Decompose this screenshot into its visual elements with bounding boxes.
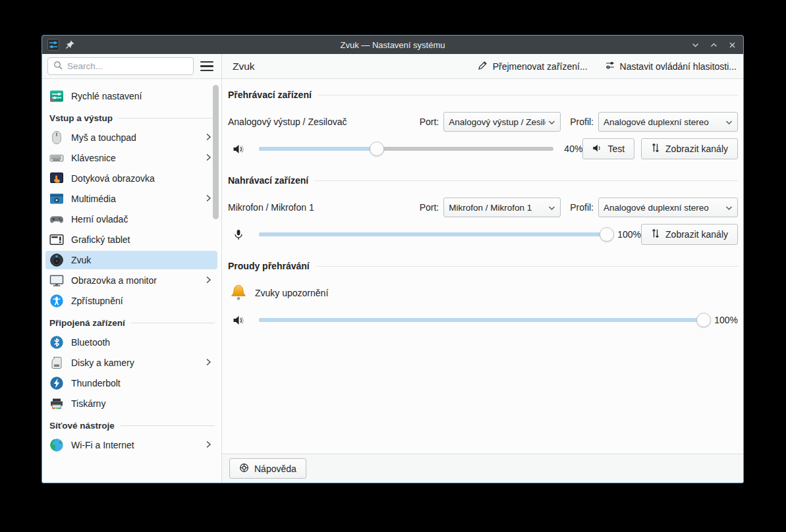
recording-device-name: Mikrofon / Mikrofon 1 [228, 202, 420, 213]
streams-volume-value: 100% [714, 315, 738, 325]
pencil-icon [478, 60, 488, 72]
sidebar-item-label: Tiskárny [71, 398, 213, 409]
header-row: Zvuk Přejmenovat zařízení... Nastavit ov… [42, 54, 743, 79]
app-icon [47, 39, 59, 51]
configure-volume-controls-button[interactable]: Nastavit ovládání hlasitosti... [605, 60, 737, 72]
sidebar-item-label: Grafický tablet [71, 234, 213, 245]
sidebar-section-label: Síťové nástroje [49, 421, 115, 431]
page-header: Zvuk Přejmenovat zařízení... Nastavit ov… [222, 54, 743, 78]
hamburger-menu-icon[interactable] [196, 57, 217, 75]
sidebar-item-tablet[interactable]: Grafický tablet [45, 230, 217, 249]
sidebar-item-label: Rychlé nastavení [71, 91, 213, 101]
multimedia-icon [49, 192, 64, 206]
playback-profile-combobox[interactable]: Analogové duplexní stereo [598, 112, 738, 132]
recording-profile-combobox[interactable]: Analogové duplexní stereo [598, 198, 738, 217]
mouse-icon [49, 130, 64, 145]
gamepad-icon [49, 212, 64, 226]
search-icon [53, 61, 63, 72]
show-channels-button[interactable]: Zobrazit kanály [641, 224, 738, 245]
profile-label: Profil: [570, 202, 594, 213]
streams-section-header: Proudy přehrávání [228, 261, 738, 271]
test-button[interactable]: Test [582, 138, 634, 159]
sidebar-item-sound[interactable]: Zvuk [45, 251, 217, 269]
slider-handle[interactable] [600, 227, 614, 242]
playback-volume-slider[interactable] [259, 141, 553, 157]
sidebar-item-label: Myš a touchpad [71, 132, 198, 143]
display-icon [49, 273, 64, 288]
sidebar-item-accessibility[interactable]: Zpřístupnění [45, 292, 217, 310]
recording-volume-slider[interactable] [259, 226, 607, 242]
sidebar-item-printer[interactable]: Tiskárny [45, 394, 217, 413]
sidebar-item-touchscreen[interactable]: Dotyková obrazovka [45, 169, 217, 188]
playback-device-name: Analogový výstup / Zesilovač [228, 117, 420, 127]
playback-volume-value: 40% [564, 144, 582, 154]
recording-section-header: Nahrávací zařízení [228, 175, 738, 186]
sidebar-item-thunderbolt[interactable]: Thunderbolt [45, 374, 217, 392]
sidebar-section-label: Připojená zařízení [49, 318, 125, 328]
touchscreen-icon [49, 171, 64, 186]
thunderbolt-icon [49, 376, 64, 390]
port-label: Port: [420, 117, 439, 127]
sidebar-item-mouse[interactable]: Myš a touchpad [45, 128, 217, 147]
printer-icon [49, 396, 64, 411]
sidebar-list: Rychlé nastaveníVstup a výstupMyš a touc… [42, 87, 221, 454]
sidebar-item-disk[interactable]: Disky a kamery [45, 354, 217, 372]
chevron-down-icon [725, 201, 733, 213]
chevron-down-icon [548, 116, 555, 128]
playback-port-combobox[interactable]: Analogový výstup / Zesilc [443, 112, 561, 132]
slider-handle[interactable] [696, 313, 711, 327]
help-button[interactable]: Nápověda [229, 458, 306, 479]
sidebar-item-label: Klávesnice [71, 153, 198, 163]
close-button[interactable] [726, 39, 738, 51]
sidebar-item-label: Wi-Fi a Internet [71, 440, 198, 450]
sidebar-item-globe[interactable]: Wi-Fi a Internet [45, 436, 217, 454]
sidebar: Rychlé nastaveníVstup a výstupMyš a touc… [42, 79, 221, 483]
channels-mixer-icon [651, 228, 660, 240]
window-title: Zvuk — Nastavení systému [42, 40, 743, 50]
sidebar-item-display[interactable]: Obrazovka a monitor [45, 271, 217, 290]
maximize-button[interactable] [708, 39, 719, 51]
sidebar-header [42, 54, 221, 78]
search-box[interactable] [47, 57, 194, 75]
speaker-icon [233, 315, 244, 326]
titlebar[interactable]: Zvuk — Nastavení systému [42, 36, 743, 54]
stream-name: Zvuky upozornění [255, 288, 328, 298]
sidebar-section-header: Vstup a výstup [49, 113, 217, 123]
sidebar-item-gamepad[interactable]: Herní ovladač [45, 210, 217, 228]
search-input[interactable] [67, 61, 188, 71]
speaker-icon [592, 144, 602, 155]
rename-devices-button[interactable]: Přejmenovat zařízení... [478, 60, 588, 72]
help-lifebuoy-icon [239, 463, 249, 475]
profile-label: Profil: [570, 117, 594, 127]
sidebar-section-header: Síťové nástroje [49, 421, 217, 431]
sidebar-item-label: Zpřístupnění [71, 296, 213, 306]
chevron-right-icon [205, 358, 212, 369]
playback-volume-row: 40% Test Zobrazit kanály [228, 138, 738, 159]
sidebar-section-header: Připojená zařízení [49, 318, 217, 328]
recording-volume-row: 100% Zobrazit kanály [228, 224, 738, 245]
sidebar-scrollbar[interactable] [213, 85, 219, 219]
port-label: Port: [420, 202, 439, 213]
sound-settings-content: Přehrávací zařízení Analogový výstup / Z… [222, 79, 743, 454]
recording-volume-value: 100% [617, 229, 641, 240]
section-divider [121, 425, 215, 426]
sidebar-item-label: Multimédia [71, 194, 198, 204]
sidebar-item-bluetooth[interactable]: Bluetooth [45, 333, 217, 352]
tablet-icon [49, 232, 64, 247]
minimize-button[interactable] [689, 39, 701, 51]
sidebar-item-label: Dotyková obrazovka [71, 173, 213, 184]
sidebar-item-label: Herní ovladač [71, 214, 213, 225]
sidebar-item-keyboard[interactable]: Klávesnice [45, 149, 217, 167]
microphone-icon [233, 229, 244, 240]
footer: Nápověda [222, 454, 743, 483]
chevron-right-icon [205, 275, 212, 286]
chevron-down-icon [548, 201, 555, 213]
streams-volume-slider[interactable] [259, 312, 704, 328]
recording-port-combobox[interactable]: Mikrofon / Mikrofon 1 [443, 198, 561, 217]
slider-handle[interactable] [370, 142, 384, 156]
pin-icon[interactable] [65, 40, 75, 50]
sidebar-item-multimedia[interactable]: Multimédia [45, 190, 217, 208]
show-channels-button[interactable]: Zobrazit kanály [641, 138, 738, 159]
bell-icon [229, 283, 248, 303]
sidebar-item-quick-settings[interactable]: Rychlé nastavení [45, 87, 217, 105]
